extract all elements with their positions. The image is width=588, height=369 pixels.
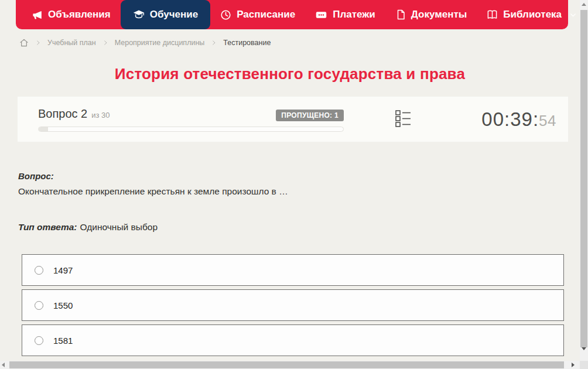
question-count: из 30 — [91, 111, 110, 119]
timer-seconds: 54 — [539, 112, 556, 129]
document-icon — [395, 9, 406, 20]
answer-option-2[interactable]: 1550 — [22, 289, 564, 321]
book-icon — [487, 9, 498, 20]
chevron-right-icon — [211, 40, 217, 46]
nav-item-label: Расписание — [237, 9, 295, 20]
breadcrumb-item-study-plan[interactable]: Учебный план — [47, 39, 96, 47]
answer-type-value: Одиночный выбор — [80, 222, 158, 232]
nav-item-label: Объявления — [48, 9, 111, 20]
home-icon[interactable] — [19, 38, 29, 47]
answer-type-row: Тип ответа:Одиночный выбор — [18, 222, 563, 233]
radio-icon[interactable] — [35, 266, 43, 275]
clock-icon — [220, 9, 231, 20]
question-list-icon[interactable] — [395, 110, 411, 129]
nav-item-library[interactable]: Библиотека — [477, 0, 580, 29]
payments-icon — [315, 9, 327, 21]
answer-option-1[interactable]: 1497 — [22, 254, 564, 286]
nav-item-label: Библиотека — [503, 9, 562, 20]
top-navbar: Объявления Обучение Расписание Платежи Д — [16, 0, 568, 29]
answer-options: 1497 1550 1581 — [22, 254, 564, 356]
progress-bar — [38, 127, 344, 132]
scroll-left-arrow-icon[interactable] — [2, 363, 5, 367]
nav-item-label: Документы — [411, 9, 467, 20]
question-block: Вопрос: Окончательное прикрепление крест… — [18, 171, 563, 233]
chevron-right-icon — [102, 40, 108, 46]
progress-fill — [39, 127, 48, 131]
nav-item-schedule[interactable]: Расписание — [210, 0, 305, 29]
chevron-down-icon — [569, 11, 577, 19]
answer-option-3[interactable]: 1581 — [22, 324, 564, 356]
nav-item-announcements[interactable]: Объявления — [22, 0, 121, 29]
question-label: Вопрос: — [18, 171, 563, 181]
graduation-cap-icon — [133, 9, 145, 20]
answer-type-label: Тип ответа: — [18, 222, 77, 232]
scroll-down-arrow-icon[interactable] — [582, 347, 586, 350]
answer-option-label: 1497 — [53, 265, 73, 275]
nav-item-documents[interactable]: Документы — [385, 0, 477, 29]
timer-hhmm: 00:39 — [481, 108, 533, 130]
answer-option-label: 1581 — [53, 336, 73, 346]
question-number: Вопрос 2 — [38, 107, 87, 121]
horizontal-scrollbar[interactable] — [0, 361, 580, 369]
breadcrumb: Учебный план Мероприятие дисциплины Тест… — [19, 38, 580, 47]
radio-icon[interactable] — [35, 336, 43, 345]
nav-item-label: Обучение — [150, 9, 198, 20]
scroll-right-arrow-icon[interactable] — [572, 363, 575, 367]
breadcrumb-item-testing: Тестирование — [223, 39, 271, 47]
timer: 00:39:54 — [411, 108, 556, 131]
skipped-badge: ПРОПУЩЕНО: 1 — [276, 110, 344, 121]
radio-icon[interactable] — [35, 301, 43, 310]
chevron-right-icon — [35, 40, 41, 46]
nav-item-education[interactable]: Обучение — [121, 0, 210, 29]
scroll-up-arrow-icon[interactable] — [582, 3, 586, 6]
answer-option-label: 1550 — [53, 300, 73, 310]
scrollbar-corner — [580, 361, 588, 369]
megaphone-icon — [32, 9, 43, 20]
question-text: Окончательное прикрепление крестьян к зе… — [18, 186, 563, 197]
timer-colon: : — [533, 108, 539, 130]
nav-item-payments[interactable]: Платежи — [305, 0, 385, 29]
page-content: Объявления Обучение Расписание Платежи Д — [0, 0, 580, 361]
vertical-scrollbar-thumb[interactable] — [580, 10, 587, 347]
nav-item-label: Платежи — [333, 9, 375, 20]
breadcrumb-item-discipline-event[interactable]: Мероприятие дисциплины — [115, 39, 205, 47]
vertical-scrollbar[interactable] — [580, 0, 588, 361]
question-progress-block: Вопрос 2 из 30 ПРОПУЩЕНО: 1 — [38, 107, 344, 132]
question-status-panel: Вопрос 2 из 30 ПРОПУЩЕНО: 1 00:39:54 — [18, 97, 568, 142]
horizontal-scrollbar-thumb[interactable] — [9, 361, 564, 368]
page-title: История отечественного государства и пра… — [0, 65, 580, 83]
